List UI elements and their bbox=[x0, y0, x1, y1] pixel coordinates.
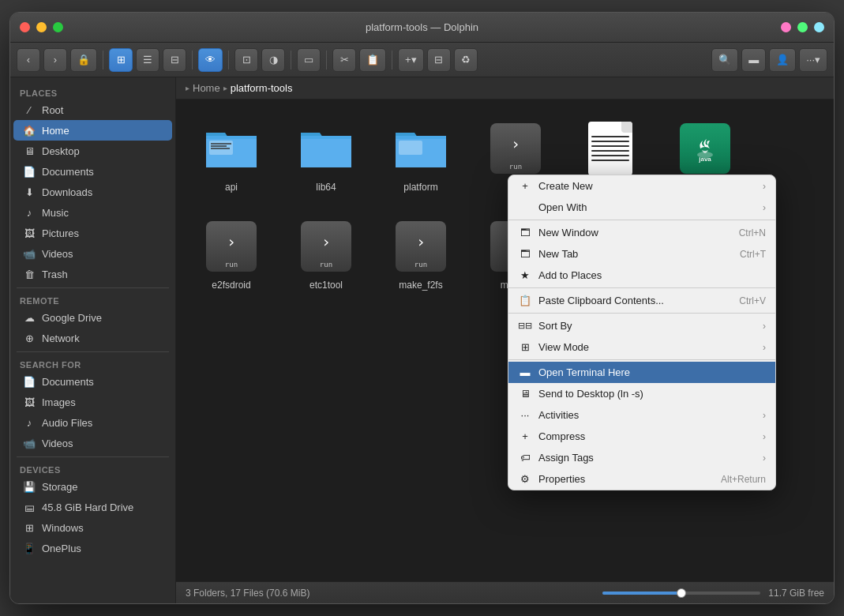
list-view-button[interactable]: ☰ bbox=[136, 48, 159, 72]
sidebar-item-gdrive[interactable]: ☁ Google Drive bbox=[13, 307, 172, 328]
sidebar-div-2 bbox=[17, 351, 169, 352]
ctx-create-new[interactable]: + Create New › bbox=[508, 175, 775, 197]
icon-view-button[interactable]: ⊞ bbox=[109, 48, 133, 72]
sidebar-item-videos[interactable]: 📹 Videos bbox=[13, 243, 172, 264]
panel-button[interactable]: ▭ bbox=[297, 48, 321, 72]
paste-button[interactable]: 📋 bbox=[359, 48, 386, 72]
file-item-etc1tool[interactable]: › run etc1tool bbox=[287, 213, 366, 295]
storage-icon: 💾 bbox=[23, 480, 36, 493]
sidebar-item-pictures[interactable]: 🖼 Pictures bbox=[13, 223, 172, 243]
ctx-compress-icon: + bbox=[518, 430, 532, 442]
maximize-button[interactable] bbox=[53, 22, 63, 32]
cut-button[interactable]: ✂ bbox=[332, 48, 356, 72]
user-button[interactable]: 👤 bbox=[769, 48, 796, 72]
folder-svg-platform bbox=[392, 125, 449, 172]
titlebar-dot-3[interactable] bbox=[814, 22, 824, 32]
sidebar-item-windows[interactable]: ⊞ Windows bbox=[13, 517, 172, 538]
new-button[interactable]: +▾ bbox=[398, 48, 424, 72]
file-item-make-f2fs[interactable]: › run make_f2fs bbox=[381, 213, 460, 295]
sidebar-item-root[interactable]: ∕ Root bbox=[13, 100, 172, 120]
statusbar: 3 Folders, 17 Files (70.6 MiB) 11.7 GiB … bbox=[176, 581, 834, 603]
ctx-properties-label: Properties bbox=[538, 473, 715, 485]
sidebar-item-music[interactable]: ♪ Music bbox=[13, 202, 172, 223]
delete-button[interactable]: ♻ bbox=[454, 48, 478, 72]
ctx-view-arrow: › bbox=[763, 342, 766, 353]
sidebar-item-search-docs[interactable]: 📄 Documents bbox=[13, 371, 172, 392]
statusbar-slider[interactable] bbox=[602, 592, 760, 595]
file-item-lib64[interactable]: lib64 bbox=[287, 115, 366, 197]
terminal-button[interactable]: ▬ bbox=[741, 48, 766, 72]
sidebar-item-downloads[interactable]: ⬇ Downloads bbox=[13, 182, 172, 202]
home-icon: 🏠 bbox=[23, 124, 36, 137]
downloads-icon: ⬇ bbox=[23, 186, 36, 198]
ctx-paste-label: Paste Clipboard Contents... bbox=[538, 295, 733, 306]
copy-to-button[interactable]: ⊟ bbox=[427, 48, 451, 72]
titlebar-dot-2[interactable] bbox=[797, 22, 808, 32]
terminal-icon-e2fsdroid: › run bbox=[203, 218, 260, 275]
detail-view-button[interactable]: ⊟ bbox=[163, 48, 186, 72]
ctx-paste[interactable]: 📋 Paste Clipboard Contents... Ctrl+V bbox=[508, 290, 775, 311]
ctx-send-desktop-icon: 🖥 bbox=[518, 388, 532, 400]
ctx-sort-by[interactable]: ⊟⊟ Sort By › bbox=[508, 315, 775, 336]
sidebar-label-videos: Videos bbox=[42, 248, 73, 260]
ctx-create-new-label: Create New bbox=[538, 180, 756, 192]
sidebar-item-network[interactable]: ⊕ Network bbox=[13, 328, 172, 348]
search-button[interactable]: 🔍 bbox=[711, 48, 738, 72]
sidebar-item-oneplus[interactable]: 📱 OnePlus bbox=[13, 538, 172, 558]
terminal-box-e2fsdroid: › run bbox=[206, 221, 257, 272]
sidebar-item-storage[interactable]: 💾 Storage bbox=[13, 476, 172, 497]
ctx-properties[interactable]: ⚙ Properties Alt+Return bbox=[508, 468, 775, 490]
ctx-open-with[interactable]: Open With › bbox=[508, 197, 775, 218]
ctx-view-mode[interactable]: ⊞ View Mode › bbox=[508, 336, 775, 358]
terminal-box-etc1tool: › run bbox=[301, 221, 351, 272]
ctx-open-with-label: Open With bbox=[538, 201, 756, 213]
sidebar-item-search-images[interactable]: 🖼 Images bbox=[13, 392, 172, 412]
ctx-new-window-shortcut: Ctrl+N bbox=[739, 227, 766, 239]
sidebar-item-documents[interactable]: 📄 Documents bbox=[13, 161, 172, 182]
ctx-add-to-places[interactable]: ★ Add to Places bbox=[508, 265, 775, 286]
ctx-new-tab[interactable]: 🗔 New Tab Ctrl+T bbox=[508, 243, 775, 265]
ctx-create-new-icon: + bbox=[518, 180, 532, 192]
titlebar-dot-1[interactable] bbox=[781, 22, 791, 32]
more-button[interactable]: ···▾ bbox=[799, 48, 827, 72]
split-button[interactable]: ⊡ bbox=[234, 48, 258, 72]
ctx-assign-tags[interactable]: 🏷 Assign Tags › bbox=[508, 447, 775, 468]
file-item-platform[interactable]: platform bbox=[381, 115, 460, 197]
ctx-new-tab-shortcut: Ctrl+T bbox=[740, 249, 766, 260]
ctx-compress[interactable]: + Compress › bbox=[508, 426, 775, 447]
breadcrumb-home[interactable]: Home bbox=[193, 82, 220, 94]
ctx-open-terminal[interactable]: ▬ Open Terminal Here bbox=[508, 362, 775, 383]
minimize-button[interactable] bbox=[36, 22, 47, 32]
forward-button[interactable]: › bbox=[43, 48, 67, 72]
java-icon-deployagent: java bbox=[677, 120, 733, 177]
sidebar-label-storage: Storage bbox=[42, 481, 78, 493]
file-name-etc1tool: etc1tool bbox=[309, 280, 343, 291]
sidebar-item-hdd[interactable]: 🖴 45.8 GiB Hard Drive bbox=[13, 497, 172, 517]
ctx-compress-label: Compress bbox=[538, 430, 756, 442]
sidebar-item-desktop[interactable]: 🖥 Desktop bbox=[13, 141, 172, 161]
sidebar-item-trash[interactable]: 🗑 Trash bbox=[13, 264, 172, 284]
lock-button[interactable]: 🔒 bbox=[70, 48, 97, 72]
ctx-activities-label: Activities bbox=[538, 409, 756, 421]
sidebar-item-search-videos[interactable]: 📹 Videos bbox=[13, 433, 172, 453]
file-item-api[interactable]: api bbox=[192, 115, 271, 197]
toolbar-sep-6 bbox=[392, 51, 392, 69]
eye-button[interactable]: ◑ bbox=[261, 48, 285, 72]
back-button[interactable]: ‹ bbox=[17, 48, 40, 72]
ctx-new-window[interactable]: 🗔 New Window Ctrl+N bbox=[508, 222, 775, 243]
ctx-new-tab-icon: 🗔 bbox=[518, 248, 532, 260]
ctx-activities[interactable]: ··· Activities › bbox=[508, 404, 775, 426]
ctx-sep-2 bbox=[508, 287, 775, 288]
ctx-add-places-icon: ★ bbox=[518, 269, 532, 281]
ctx-compress-arrow: › bbox=[763, 431, 766, 442]
sidebar-item-home[interactable]: 🏠 Home bbox=[13, 120, 172, 141]
ctx-send-to-desktop[interactable]: 🖥 Send to Desktop (ln -s) bbox=[508, 383, 775, 404]
sidebar-section-places: Places bbox=[10, 84, 175, 100]
sidebar-item-search-audio[interactable]: ♪ Audio Files bbox=[13, 412, 172, 433]
preview-button[interactable]: 👁 bbox=[198, 48, 223, 72]
close-button[interactable] bbox=[20, 22, 30, 32]
file-item-e2fsdroid[interactable]: › run e2fsdroid bbox=[192, 213, 271, 295]
sidebar-label-network: Network bbox=[42, 332, 80, 344]
pictures-icon: 🖼 bbox=[23, 227, 36, 239]
ctx-add-places-label: Add to Places bbox=[538, 269, 766, 281]
